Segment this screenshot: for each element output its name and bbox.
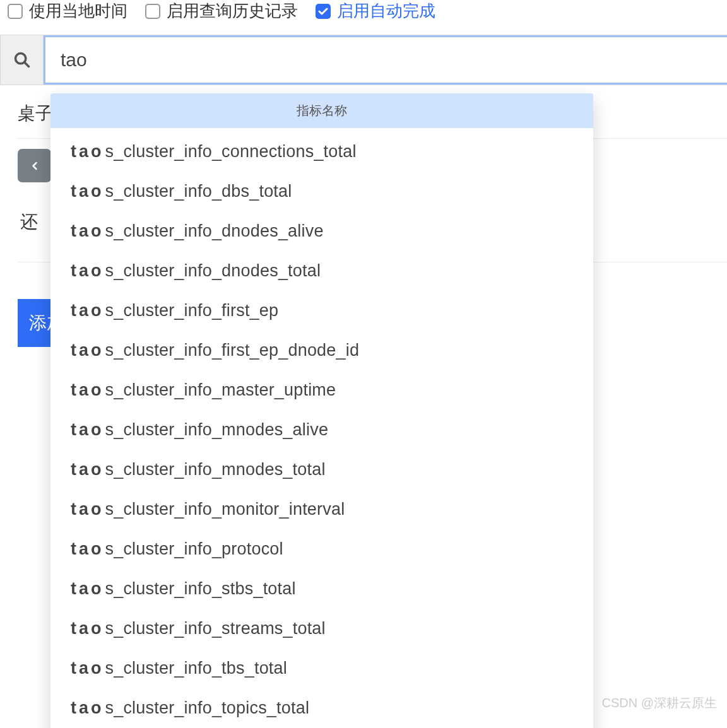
autocomplete-item[interactable]: taos_cluster_info_tbs_total: [50, 649, 593, 688]
checkbox-autocomplete[interactable]: [316, 4, 331, 19]
autocomplete-item[interactable]: taos_cluster_info_first_ep: [50, 291, 593, 331]
autocomplete-item[interactable]: taos_cluster_info_monitor_interval: [50, 490, 593, 529]
chevron-left-icon: [28, 160, 41, 172]
search-icon: [13, 51, 31, 69]
autocomplete-item[interactable]: taos_cluster_info_mnodes_alive: [50, 410, 593, 450]
autocomplete-item[interactable]: taos_cluster_info_dbs_total: [50, 172, 593, 211]
checkbox-local-time[interactable]: [8, 4, 23, 19]
autocomplete-item[interactable]: taos_cluster_info_connections_total: [50, 132, 593, 172]
autocomplete-item[interactable]: taos_cluster_info_streams_total: [50, 609, 593, 649]
query-history-option[interactable]: 启用查询历史记录: [145, 0, 298, 22]
local-time-label: 使用当地时间: [29, 0, 127, 22]
autocomplete-item[interactable]: taos_cluster_info_stbs_total: [50, 569, 593, 609]
autocomplete-item[interactable]: taos_cluster_info_topics_total: [50, 688, 593, 728]
autocomplete-item[interactable]: taos_cluster_info_master_uptime: [50, 370, 593, 410]
autocomplete-item[interactable]: taos_cluster_info_protocol: [50, 529, 593, 569]
prev-page-button[interactable]: [18, 149, 51, 182]
autocomplete-list: taos_cluster_info_connections_totaltaos_…: [50, 128, 593, 728]
autocomplete-header: 指标名称: [50, 93, 593, 128]
autocomplete-option[interactable]: 启用自动完成: [316, 0, 435, 22]
local-time-option[interactable]: 使用当地时间: [8, 0, 127, 22]
options-toolbar: 使用当地时间 启用查询历史记录 启用自动完成: [0, 0, 727, 35]
checkbox-query-history[interactable]: [145, 4, 160, 19]
svg-line-1: [25, 62, 28, 66]
watermark-text: CSDN @深耕云原生: [601, 695, 717, 712]
search-row: [0, 35, 727, 85]
autocomplete-item[interactable]: taos_cluster_info_first_ep_dnode_id: [50, 331, 593, 370]
autocomplete-item[interactable]: taos_cluster_info_dnodes_total: [50, 251, 593, 291]
autocomplete-item[interactable]: taos_cluster_info_mnodes_total: [50, 450, 593, 490]
autocomplete-panel: 指标名称 taos_cluster_info_connections_total…: [50, 93, 593, 728]
expression-input[interactable]: [44, 35, 727, 85]
execute-query-button[interactable]: [1, 35, 44, 85]
autocomplete-item[interactable]: taos_cluster_info_dnodes_alive: [50, 211, 593, 251]
autocomplete-label: 启用自动完成: [337, 0, 435, 22]
query-history-label: 启用查询历史记录: [167, 0, 298, 22]
